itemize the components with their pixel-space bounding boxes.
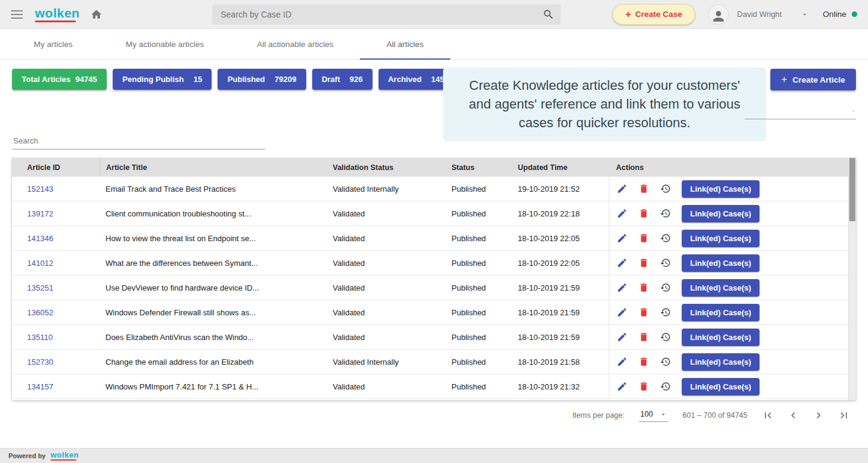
edit-icon[interactable] <box>617 307 627 318</box>
tab-all-articles[interactable]: All articles <box>360 29 450 59</box>
stats-row: Total Articles 94745 Pending Publish 15 … <box>12 69 463 90</box>
delete-icon[interactable] <box>638 307 649 318</box>
history-icon[interactable] <box>660 208 671 219</box>
chevron-down-icon[interactable] <box>800 10 810 19</box>
history-icon[interactable] <box>660 356 671 367</box>
article-status: Published <box>444 184 511 194</box>
history-icon[interactable] <box>660 233 671 244</box>
edit-icon[interactable] <box>617 183 627 194</box>
article-id-link[interactable]: 135251 <box>27 283 53 292</box>
linked-cases-button[interactable]: Link(ed) Case(s) <box>682 180 760 198</box>
history-icon[interactable] <box>660 381 671 392</box>
first-page-button[interactable] <box>762 409 774 421</box>
table-row: 134157 Windows PMImport 7.421 for 7.1 SP… <box>12 374 848 399</box>
article-id-link[interactable]: 141012 <box>27 259 53 268</box>
history-icon[interactable] <box>660 307 671 318</box>
article-status: Published <box>444 283 511 292</box>
page-size-select[interactable]: 100 <box>639 409 668 422</box>
create-article-label: Create Article <box>793 75 845 84</box>
edit-icon[interactable] <box>617 233 627 244</box>
updated-time: 18-10-2019 21:59 <box>511 333 609 342</box>
linked-cases-button[interactable]: Link(ed) Case(s) <box>682 329 760 346</box>
stat-published[interactable]: Published 79209 <box>218 69 306 90</box>
search-icon[interactable] <box>853 106 855 117</box>
linked-cases-button[interactable]: Link(ed) Case(s) <box>682 230 760 247</box>
stat-draft[interactable]: Draft 926 <box>312 69 373 90</box>
article-title: How to view the threat list on Endpoint … <box>99 234 326 243</box>
delete-icon[interactable] <box>638 381 649 392</box>
article-id-link[interactable]: 152730 <box>27 357 53 367</box>
linked-cases-button[interactable]: Link(ed) Case(s) <box>682 205 760 222</box>
updated-time: 18-10-2019 22:18 <box>511 209 609 218</box>
person-icon <box>711 8 726 24</box>
linked-cases-button[interactable]: Link(ed) Case(s) <box>682 304 760 321</box>
user-name[interactable]: David Wright <box>737 10 782 19</box>
scrollbar-thumb[interactable] <box>849 158 855 221</box>
column-header-status[interactable]: Status <box>444 163 511 172</box>
delete-icon[interactable] <box>638 282 649 293</box>
linked-cases-button[interactable]: Link(ed) Case(s) <box>682 353 760 371</box>
edit-icon[interactable] <box>617 332 627 342</box>
table-filter <box>12 133 265 150</box>
create-case-button[interactable]: + Create Case <box>612 4 694 25</box>
edit-icon[interactable] <box>617 282 627 293</box>
tab-my-articles[interactable]: My articles <box>7 29 99 59</box>
edit-icon[interactable] <box>617 381 627 392</box>
article-id-link[interactable]: 135110 <box>27 333 52 342</box>
delete-icon[interactable] <box>638 208 649 219</box>
article-id-link[interactable]: 139172 <box>27 209 53 218</box>
delete-icon[interactable] <box>638 332 649 342</box>
table-row: 135251 Use DevViewer to find hardware de… <box>12 276 848 300</box>
history-icon[interactable] <box>660 257 671 268</box>
delete-icon[interactable] <box>638 257 649 268</box>
article-id-link[interactable]: 141346 <box>27 234 53 243</box>
case-search-input[interactable] <box>212 10 542 19</box>
edit-icon[interactable] <box>617 356 627 367</box>
history-icon[interactable] <box>660 183 671 194</box>
article-id-link[interactable]: 152143 <box>27 184 53 194</box>
linked-cases-button[interactable]: Link(ed) Case(s) <box>682 378 760 395</box>
stat-total-articles[interactable]: Total Articles 94745 <box>12 69 107 90</box>
table-filter-input[interactable] <box>12 133 265 150</box>
tab-all-actionable-articles[interactable]: All actionable articles <box>230 29 360 59</box>
plus-icon: + <box>625 10 631 19</box>
tab-my-actionable-articles[interactable]: My actionable articles <box>99 29 231 59</box>
stat-pending-publish[interactable]: Pending Publish 15 <box>113 69 212 90</box>
linked-cases-button[interactable]: Link(ed) Case(s) <box>682 279 760 297</box>
last-page-button[interactable] <box>838 409 850 421</box>
status-label[interactable]: Online <box>823 10 846 19</box>
edit-icon[interactable] <box>617 208 627 219</box>
article-quick-search-input[interactable] <box>744 105 853 119</box>
table-row: 141012 What are the differences between … <box>12 251 848 276</box>
updated-time: 18-10-2019 21:59 <box>511 283 609 292</box>
history-icon[interactable] <box>660 282 671 293</box>
linked-cases-button[interactable]: Link(ed) Case(s) <box>682 254 760 272</box>
logo-tagline <box>35 20 76 22</box>
previous-page-button[interactable] <box>787 409 799 421</box>
article-id-link[interactable]: 134157 <box>27 382 53 391</box>
column-header-updated-time[interactable]: Updated Time <box>511 163 609 172</box>
online-indicator <box>852 11 857 17</box>
home-icon[interactable] <box>90 8 102 20</box>
search-icon[interactable] <box>542 8 555 20</box>
create-article-button[interactable]: + Create Article <box>770 69 856 90</box>
validation-status: Validated <box>326 283 444 292</box>
delete-icon[interactable] <box>638 183 649 194</box>
history-icon[interactable] <box>660 332 671 342</box>
avatar[interactable] <box>708 4 729 25</box>
delete-icon[interactable] <box>638 233 649 244</box>
edit-icon[interactable] <box>617 257 627 268</box>
article-status: Published <box>444 382 511 391</box>
table-scrollbar[interactable] <box>848 158 856 400</box>
table-header: Article ID Article Title Validation Stat… <box>12 158 856 177</box>
column-header-validation-status[interactable]: Validation Status <box>326 163 444 172</box>
column-header-article-id[interactable]: Article ID <box>12 163 99 172</box>
article-id-link[interactable]: 136052 <box>27 308 53 317</box>
delete-icon[interactable] <box>638 356 649 367</box>
column-header-article-title[interactable]: Article Title <box>99 158 326 177</box>
stat-value: 15 <box>193 75 202 84</box>
next-page-button[interactable] <box>813 409 825 421</box>
column-header-actions: Actions <box>609 163 848 172</box>
menu-icon[interactable] <box>11 10 23 19</box>
pagination-bar: Items per page: 100 601 – 700 of 94745 <box>572 409 850 422</box>
